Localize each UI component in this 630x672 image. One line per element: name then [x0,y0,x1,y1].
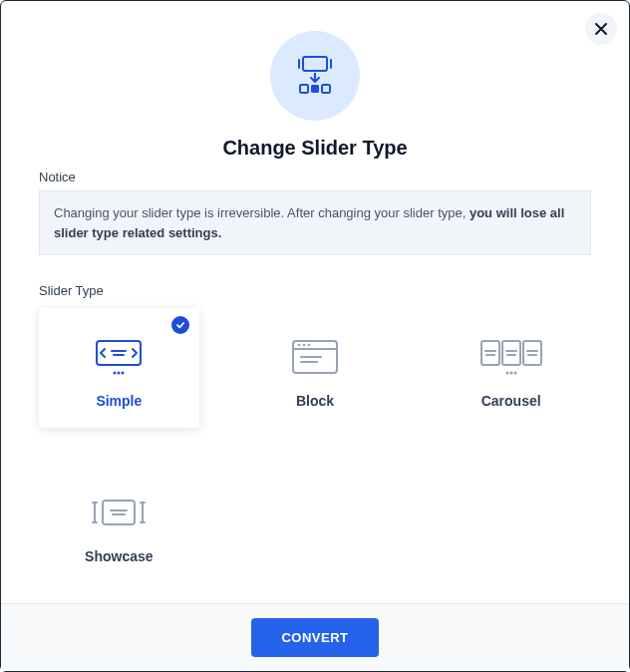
modal-header: Change Slider Type [1,1,629,160]
modal-title: Change Slider Type [1,137,629,160]
svg-point-14 [308,344,311,347]
slider-type-section: Slider Type [39,283,591,583]
notice-box: Changing your slider type is irreversibl… [39,190,591,255]
close-icon [594,22,608,36]
slider-type-label: Slider Type [39,283,591,298]
header-icon-circle [270,31,360,121]
svg-rect-29 [103,501,135,524]
convert-icon [290,51,340,101]
svg-point-13 [303,344,306,347]
svg-point-8 [118,372,121,375]
svg-point-7 [114,372,117,375]
change-slider-type-modal: Change Slider Type Notice Changing your … [0,0,630,672]
notice-text: Changing your slider type is irreversibl… [54,205,470,220]
option-simple[interactable]: Simple [39,308,199,428]
carousel-icon [475,333,547,381]
svg-rect-0 [303,57,327,71]
svg-rect-1 [300,85,308,93]
option-label: Block [296,393,334,409]
svg-point-9 [122,372,125,375]
option-showcase[interactable]: Showcase [39,464,199,583]
option-carousel[interactable]: Carousel [431,308,591,428]
svg-rect-18 [502,341,520,365]
modal-footer: CONVERT [1,603,629,671]
svg-rect-2 [311,85,319,93]
block-icon [287,333,343,381]
svg-point-28 [513,372,516,375]
modal-content: Notice Changing your slider type is irre… [1,160,629,603]
svg-rect-4 [97,341,141,365]
option-label: Carousel [481,393,541,409]
svg-rect-17 [481,341,499,365]
check-icon [171,316,189,334]
showcase-icon [87,489,151,536]
svg-point-12 [298,344,301,347]
close-button[interactable] [585,13,617,45]
notice-label: Notice [39,169,591,184]
convert-button[interactable]: CONVERT [251,618,378,657]
slider-type-cards: Simple Bl [39,308,591,583]
simple-icon [87,333,151,381]
option-label: Showcase [85,548,153,564]
option-block[interactable]: Block [235,308,396,428]
option-label: Simple [96,393,142,409]
svg-point-27 [509,372,512,375]
svg-rect-19 [523,341,541,365]
svg-point-26 [505,372,508,375]
svg-rect-3 [322,85,330,93]
